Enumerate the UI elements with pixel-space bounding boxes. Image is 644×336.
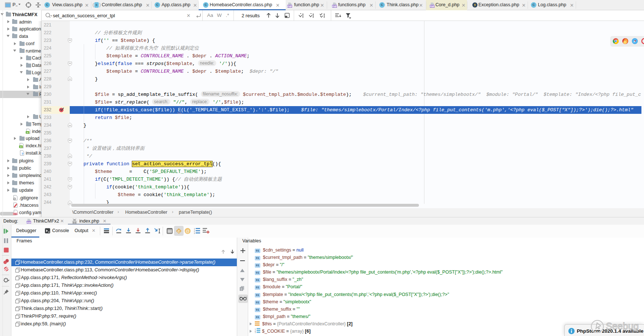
svg-text:3: 3: [194, 232, 195, 234]
svg-text:PHP: PHP: [287, 5, 292, 8]
svg-text:3: 3: [255, 332, 256, 333]
svg-text:@: @: [185, 229, 189, 233]
svg-text:H: H: [20, 146, 22, 148]
svg-text:PHP: PHP: [332, 5, 337, 8]
svg-text:C: C: [178, 230, 180, 233]
svg-text:PHP: PHP: [430, 5, 435, 8]
svg-text:?: ?: [21, 152, 23, 156]
svg-text:H: H: [27, 131, 28, 134]
svg-text:PHP: PHP: [26, 221, 31, 224]
svg-text:YML: YML: [13, 213, 18, 215]
